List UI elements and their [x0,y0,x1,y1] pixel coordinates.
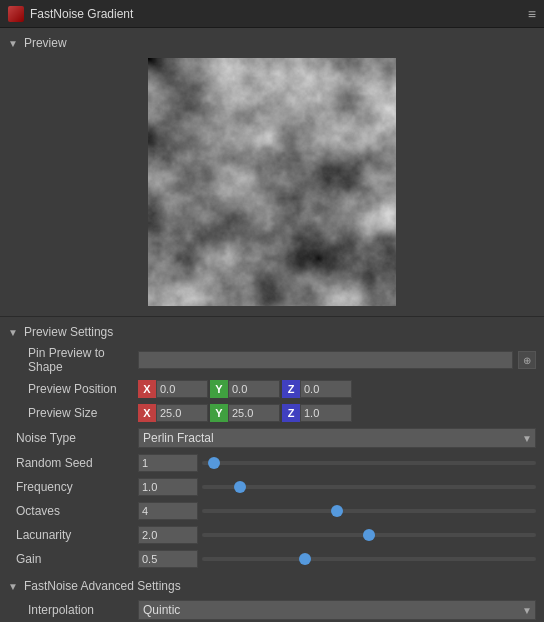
frequency-row: Frequency [0,475,544,499]
preview-arrow-icon: ▼ [8,38,18,49]
preview-size-label: Preview Size [8,406,138,420]
divider-1 [0,316,544,317]
advanced-arrow-icon: ▼ [8,581,18,592]
position-z-input[interactable] [300,380,352,398]
preview-settings-label: Preview Settings [24,325,113,339]
app-icon [8,6,24,22]
preview-position-row: Preview Position X Y Z [0,377,544,401]
octaves-content [138,502,536,520]
pin-preview-bar [138,351,513,369]
gain-row: Gain [0,547,544,571]
title-bar: FastNoise Gradient ≡ [0,0,544,28]
noise-type-select[interactable]: Perlin Fractal Value Simplex Cellular Cu… [138,428,536,448]
lacunarity-row: Lacunarity [0,523,544,547]
title-bar-text: FastNoise Gradient [30,7,528,21]
z-label: Z [282,380,300,398]
size-z-label: Z [282,404,300,422]
menu-icon[interactable]: ≡ [528,6,536,22]
lacunarity-content [138,526,536,544]
position-y-item: Y [210,380,280,398]
noise-canvas [148,58,396,306]
gain-input[interactable] [138,550,198,568]
octaves-row: Octaves [0,499,544,523]
frequency-slider[interactable] [202,485,536,489]
random-seed-input[interactable] [138,454,198,472]
pin-icon[interactable]: ⊕ [518,351,536,369]
random-seed-content [138,454,536,472]
advanced-settings-label: FastNoise Advanced Settings [24,579,181,593]
y-label: Y [210,380,228,398]
main-content: ▼ Preview ▼ Preview Settings Pin Preview… [0,28,544,622]
preview-size-inputs: X Y Z [138,404,536,422]
settings-arrow-icon: ▼ [8,327,18,338]
size-x-label: X [138,404,156,422]
size-x-input[interactable] [156,404,208,422]
frequency-label: Frequency [8,480,138,494]
octaves-label: Octaves [8,504,138,518]
frequency-content [138,478,536,496]
frequency-input[interactable] [138,478,198,496]
size-x-item: X [138,404,208,422]
preview-size-row: Preview Size X Y Z [0,401,544,425]
interpolation-select[interactable]: Quintic Hermite Linear [138,600,536,620]
preview-section-header[interactable]: ▼ Preview [0,32,544,54]
octaves-input[interactable] [138,502,198,520]
position-x-input[interactable] [156,380,208,398]
size-z-input[interactable] [300,404,352,422]
lacunarity-slider[interactable] [202,533,536,537]
preview-image [148,58,396,306]
octaves-slider[interactable] [202,509,536,513]
random-seed-slider[interactable] [202,461,536,465]
interpolation-row: Interpolation Quintic Hermite Linear ▼ [0,597,544,622]
position-z-item: Z [282,380,352,398]
noise-type-row: Noise Type Perlin Fractal Value Simplex … [0,425,544,451]
interpolation-label: Interpolation [8,603,138,617]
size-y-input[interactable] [228,404,280,422]
noise-type-label: Noise Type [8,431,138,445]
preview-settings-section: ▼ Preview Settings Pin Preview to Shape … [0,319,544,573]
lacunarity-label: Lacunarity [8,528,138,542]
size-y-item: Y [210,404,280,422]
size-y-label: Y [210,404,228,422]
gain-content [138,550,536,568]
x-label: X [138,380,156,398]
preview-container [0,54,544,314]
lacunarity-input[interactable] [138,526,198,544]
gain-label: Gain [8,552,138,566]
advanced-settings-header[interactable]: ▼ FastNoise Advanced Settings [0,575,544,597]
position-x-item: X [138,380,208,398]
position-y-input[interactable] [228,380,280,398]
preview-settings-header[interactable]: ▼ Preview Settings [0,321,544,343]
gain-slider[interactable] [202,557,536,561]
pin-preview-label: Pin Preview to Shape [8,346,138,374]
interpolation-wrapper: Quintic Hermite Linear ▼ [138,600,536,620]
pin-preview-content: ⊕ [138,351,536,369]
random-seed-row: Random Seed [0,451,544,475]
random-seed-label: Random Seed [8,456,138,470]
preview-position-label: Preview Position [8,382,138,396]
advanced-settings-section: ▼ FastNoise Advanced Settings Interpolat… [0,573,544,622]
noise-type-wrapper: Perlin Fractal Value Simplex Cellular Cu… [138,428,536,448]
pin-preview-row: Pin Preview to Shape ⊕ [0,343,544,377]
size-z-item: Z [282,404,352,422]
preview-section-label: Preview [24,36,67,50]
preview-position-inputs: X Y Z [138,380,536,398]
